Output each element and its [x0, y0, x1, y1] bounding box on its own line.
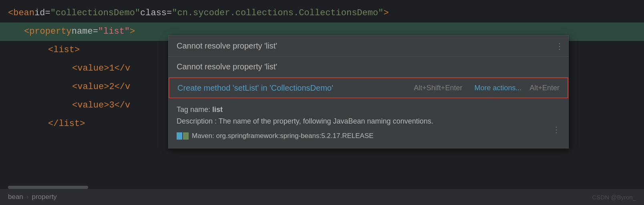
attr-id: id= — [34, 4, 50, 22]
attr-id-value: "collectionsDemo" — [50, 4, 140, 22]
tag-list-close: </list> — [48, 115, 85, 133]
popup-desc-text: Description : The name of the property, … — [177, 116, 560, 127]
attr-class-value: "cn.sycoder.collections.CollectionsDemo" — [172, 4, 383, 22]
popup-tag-value: list — [210, 106, 223, 114]
tag-value-1: <value>1</v — [72, 59, 130, 78]
popup-item-1-text: Cannot resolve property 'list' — [177, 41, 560, 51]
popup-item-3-shortcut: Alt+Shift+Enter — [414, 84, 462, 92]
tag-close-bracket-2: > — [130, 22, 135, 41]
popup-tag-name-row: Tag name: list — [177, 104, 560, 116]
popup-item-2-text: Cannot resolve property 'list' — [177, 62, 560, 71]
popup-item-2[interactable]: Cannot resolve property 'list' — [169, 57, 568, 77]
popup-description: Tag name: list Description : The name of… — [169, 98, 568, 148]
maven-icon-box2 — [183, 132, 189, 140]
popup-item-3-action[interactable]: More actions... — [474, 84, 521, 92]
popup-item-3-action-shortcut: Alt+Enter — [529, 84, 559, 92]
tag-close-bracket: > — [383, 4, 388, 22]
popup-maven-row: Maven: org.springframework:spring-beans:… — [177, 130, 560, 142]
tag-open: < — [8, 4, 13, 22]
breadcrumb-item-bean: bean — [8, 193, 23, 201]
tag-value-3: <value>3</v — [72, 96, 130, 115]
intention-popup: Cannot resolve property 'list' ⋮ Cannot … — [168, 35, 569, 148]
breadcrumb-sep-1: › — [26, 193, 29, 201]
popup-item-3[interactable]: Create method 'setList' in 'CollectionsD… — [169, 77, 568, 98]
code-line-1: <bean id="collectionsDemo" class="cn.syc… — [0, 4, 644, 22]
editor-area: <bean id="collectionsDemo" class="cn.syc… — [0, 0, 644, 205]
tag-value-2: <value>2</v — [72, 78, 130, 96]
popup-item-1[interactable]: Cannot resolve property 'list' ⋮ — [169, 36, 568, 57]
maven-icon-box1 — [177, 132, 182, 140]
tag-list: <list> — [48, 41, 80, 59]
attr-name: name= — [72, 22, 98, 41]
breadcrumb-item-property: property — [32, 193, 57, 201]
tag-bean: bean — [13, 4, 34, 22]
scrollbar-thumb[interactable] — [8, 186, 88, 189]
tag-open-2: < — [24, 22, 29, 41]
status-bar: bean › property CSDN @Byron_ — [0, 189, 644, 205]
breadcrumb: bean › property — [8, 193, 57, 201]
scrollbar-area — [0, 186, 644, 189]
tag-property: property — [29, 22, 72, 41]
popup-tag-label: Tag name: — [177, 106, 210, 114]
popup-item-1-dots: ⋮ — [555, 41, 564, 51]
status-brand: CSDN @Byron_ — [592, 194, 636, 201]
attr-name-value: "list" — [98, 22, 130, 41]
maven-icon — [177, 132, 189, 140]
popup-desc-dots: ⋮ — [552, 123, 560, 136]
popup-maven-text: Maven: org.springframework:spring-beans:… — [192, 130, 374, 141]
popup-item-3-text: Create method 'setList' in 'CollectionsD… — [177, 83, 414, 93]
attr-class: class= — [140, 4, 172, 22]
